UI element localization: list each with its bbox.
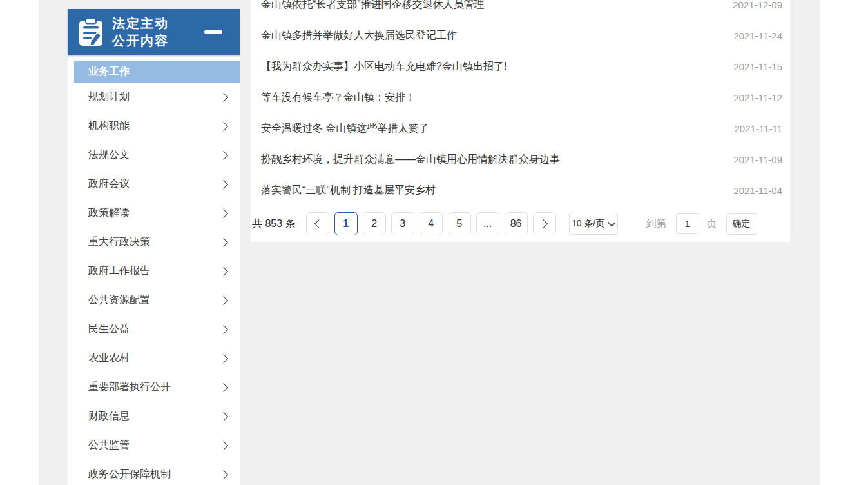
- collapse-icon[interactable]: [204, 30, 222, 34]
- content-panel: 金山镇依托“长者支部”推进国企移交退休人员管理 2021-12-09 金山镇多措…: [251, 0, 790, 242]
- sidebar-item-label: 民生公益: [88, 322, 220, 336]
- page-number-list: 1 2 3 4 5 ... 86: [334, 212, 533, 235]
- chevron-right-icon: [219, 324, 228, 333]
- sidebar-item[interactable]: 民生公益: [68, 315, 240, 344]
- news-date: 2021-11-12: [733, 92, 782, 103]
- sidebar-item-active[interactable]: 业务工作: [74, 61, 240, 83]
- goto-page-unit-label: 页: [707, 217, 717, 231]
- goto-page-input[interactable]: [676, 213, 699, 234]
- sidebar-item-label: 重大行政决策: [88, 235, 220, 249]
- news-title-link[interactable]: 等车没有候车亭？金山镇：安排！: [261, 91, 720, 104]
- chevron-right-icon: [219, 440, 228, 450]
- sidebar-item[interactable]: 规划计划: [68, 83, 240, 112]
- sidebar-item[interactable]: 财政信息: [68, 402, 240, 431]
- sidebar-item[interactable]: 政务公开保障机制: [68, 460, 240, 485]
- sidebar-item[interactable]: 政策解读: [68, 199, 240, 228]
- page-number-button[interactable]: 5: [448, 212, 471, 235]
- news-row: 【我为群众办实事】小区电动车充电难?金山镇出招了! 2021-11-15: [251, 51, 790, 82]
- confirm-button[interactable]: 确定: [726, 213, 757, 235]
- news-row: 扮靓乡村环境，提升群众满意——金山镇用心用情解决群众身边事 2021-11-09: [251, 144, 790, 175]
- chevron-right-icon: [219, 208, 228, 217]
- sidebar-header-title-line2: 公开内容: [112, 32, 169, 50]
- sidebar-item[interactable]: 政府工作报告: [68, 257, 240, 286]
- prev-page-button[interactable]: [306, 212, 329, 235]
- news-date: 2021-11-15: [733, 61, 782, 72]
- news-title-link[interactable]: 【我为群众办实事】小区电动车充电难?金山镇出招了!: [261, 60, 720, 74]
- page-number-button[interactable]: 3: [391, 212, 414, 235]
- page-size-select[interactable]: 10 条/页: [569, 213, 618, 235]
- news-row: 安全温暖过冬 金山镇这些举措太赞了 2021-11-11: [251, 113, 790, 144]
- chevron-right-icon: [539, 219, 548, 228]
- sidebar-item-label: 规划计划: [88, 90, 220, 104]
- chevron-down-icon: [608, 219, 616, 227]
- sidebar-item-label: 财政信息: [88, 410, 220, 423]
- sidebar-item-label: 农业农村: [88, 351, 220, 365]
- sidebar-item[interactable]: 公共资源配置: [68, 286, 240, 315]
- goto-page-label: 到第: [646, 217, 667, 231]
- page-number-button[interactable]: 86: [505, 212, 528, 235]
- chevron-right-icon: [219, 179, 228, 188]
- clipboard-pencil-icon: [77, 17, 104, 47]
- news-title-link[interactable]: 安全温暖过冬 金山镇这些举措太赞了: [261, 122, 721, 135]
- sidebar-item-label: 政府会议: [88, 177, 220, 191]
- sidebar: 法定主动 公开内容 业务工作 规划计划 机构职能 法规公文: [68, 9, 240, 485]
- sidebar-menu-items: 规划计划 机构职能 法规公文 政府会议: [68, 83, 240, 485]
- news-list: 金山镇依托“长者支部”推进国企移交退休人员管理 2021-12-09 金山镇多措…: [251, 0, 790, 206]
- chevron-right-icon: [219, 411, 228, 421]
- news-title-link[interactable]: 金山镇多措并举做好人大换届选民登记工作: [261, 29, 720, 43]
- sidebar-item-label: 政府工作报告: [88, 264, 220, 278]
- total-count: 共 853 条: [252, 217, 296, 231]
- page-size-value: 10 条/页: [572, 218, 604, 230]
- page-number-button[interactable]: ...: [476, 212, 499, 235]
- news-row: 金山镇多措并举做好人大换届选民登记工作 2021-11-24: [251, 20, 790, 51]
- page-number-button[interactable]: 4: [420, 212, 443, 235]
- news-date: 2021-11-24: [733, 30, 782, 41]
- sidebar-item-label: 政务公开保障机制: [88, 468, 220, 481]
- chevron-right-icon: [219, 353, 228, 362]
- news-date: 2021-12-09: [733, 0, 782, 10]
- sidebar-menu: 业务工作 规划计划 机构职能 法规公文 政府会议: [68, 55, 240, 485]
- page-number-button[interactable]: 2: [363, 212, 386, 235]
- sidebar-item-label: 公共资源配置: [88, 293, 220, 307]
- pagination: 共 853 条 1 2 3 4 5 ... 86 10 条/页: [251, 212, 790, 235]
- sidebar-item[interactable]: 重大行政决策: [68, 228, 240, 257]
- chevron-right-icon: [219, 295, 228, 304]
- sidebar-item-label: 公共监管: [88, 439, 220, 452]
- news-title-link[interactable]: 扮靓乡村环境，提升群众满意——金山镇用心用情解决群众身边事: [261, 153, 720, 166]
- chevron-right-icon: [219, 470, 228, 479]
- news-row: 等车没有候车亭？金山镇：安排！ 2021-11-12: [251, 82, 790, 113]
- sidebar-item[interactable]: 重要部署执行公开: [68, 373, 240, 402]
- sidebar-item-label: 政策解读: [88, 206, 220, 220]
- sidebar-header-title-line1: 法定主动: [112, 15, 169, 32]
- sidebar-item-label: 重要部署执行公开: [88, 381, 220, 394]
- sidebar-header[interactable]: 法定主动 公开内容: [68, 9, 240, 55]
- sidebar-item[interactable]: 公共监管: [68, 431, 240, 460]
- sidebar-item-label: 机构职能: [88, 119, 220, 133]
- next-page-button[interactable]: [533, 212, 556, 235]
- chevron-right-icon: [219, 121, 228, 130]
- news-row: 金山镇依托“长者支部”推进国企移交退休人员管理 2021-12-09: [251, 0, 790, 20]
- sidebar-item[interactable]: 农业农村: [68, 344, 240, 373]
- sidebar-item[interactable]: 法规公文: [68, 141, 240, 170]
- chevron-right-icon: [219, 237, 228, 246]
- sidebar-item-label: 法规公文: [88, 148, 220, 162]
- sidebar-item[interactable]: 机构职能: [68, 112, 240, 141]
- sidebar-item[interactable]: 政府会议: [68, 170, 240, 199]
- chevron-right-icon: [219, 266, 228, 275]
- chevron-left-icon: [314, 219, 323, 228]
- sidebar-header-title: 法定主动 公开内容: [112, 15, 169, 50]
- chevron-right-icon: [219, 92, 228, 101]
- news-title-link[interactable]: 落实警民“三联”机制 打造基层平安乡村: [261, 184, 720, 197]
- news-date: 2021-11-04: [733, 185, 782, 196]
- chevron-right-icon: [219, 382, 228, 391]
- news-row: 落实警民“三联”机制 打造基层平安乡村 2021-11-04: [251, 175, 790, 206]
- news-date: 2021-11-11: [734, 123, 782, 134]
- news-title-link[interactable]: 金山镇依托“长者支部”推进国企移交退休人员管理: [261, 0, 720, 12]
- chevron-right-icon: [219, 150, 228, 159]
- page-number-button[interactable]: 1: [334, 212, 358, 235]
- news-date: 2021-11-09: [733, 154, 782, 165]
